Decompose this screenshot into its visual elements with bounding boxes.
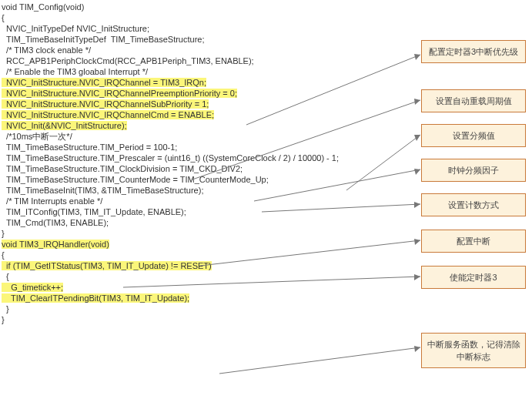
code-line: { [2, 12, 371, 23]
code-line: /* TIM Interrupts enable */ [2, 196, 371, 206]
code-line: { [2, 250, 371, 260]
svg-marker-7 [414, 169, 420, 175]
annotation-clockdiv: 时钟分频因子 [421, 159, 526, 182]
annotation-prescaler: 设置分频值 [421, 124, 526, 147]
code-line: void TIM_Config(void) [2, 2, 371, 12]
code-line: TIM_TimeBaseInitTypeDef TIM_TimeBaseStru… [2, 34, 371, 45]
code-line: } [2, 228, 371, 239]
code-line: /*10ms中断一次*/ [2, 131, 371, 142]
code-line: G_timetick++; [2, 282, 371, 293]
code-line: if (TIM_GetITStatus(TIM3, TIM_IT_Update)… [2, 260, 371, 271]
svg-marker-1 [414, 54, 420, 60]
code-line: TIM_ClearITPendingBit(TIM3, TIM_IT_Updat… [2, 293, 371, 303]
code-line: TIM_TimeBaseStructure.TIM_ClockDivision … [2, 163, 371, 174]
code-line: NVIC_InitStructure.NVIC_IRQChannelCmd = … [2, 109, 371, 120]
annotation-counter-mode: 设置计数方式 [421, 193, 526, 216]
annotation-isr: 中断服务函数，记得清除中断标志 [421, 333, 526, 368]
code-line: TIM_Cmd(TIM3, ENABLE); [2, 217, 371, 228]
svg-marker-5 [414, 135, 420, 141]
code-line: { [2, 271, 371, 282]
svg-marker-3 [414, 99, 420, 105]
code-line: TIM_TimeBaseInit(TIM3, &TIM_TimeBaseStru… [2, 185, 371, 196]
code-line: TIM_TimeBaseStructure.TIM_Prescaler = (u… [2, 153, 371, 163]
svg-marker-13 [414, 274, 420, 280]
arrow [219, 346, 420, 374]
code-line: } [2, 314, 371, 325]
svg-marker-15 [414, 346, 420, 352]
code-block: void TIM_Config(void) { NVIC_InitTypeDef… [2, 2, 371, 325]
code-line: TIM_TimeBaseStructure.TIM_CounterMode = … [2, 174, 371, 185]
code-line: /* TIM3 clock enable */ [2, 45, 371, 55]
svg-marker-11 [414, 239, 420, 245]
svg-line-14 [219, 347, 420, 374]
svg-marker-9 [414, 202, 420, 208]
code-line: NVIC_InitStructure.NVIC_IRQChannel = TIM… [2, 77, 371, 88]
code-line: } [2, 303, 371, 314]
code-line: TIM_TimeBaseStructure.TIM_Period = 100-1… [2, 142, 371, 153]
annotation-period: 设置自动重载周期值 [421, 89, 526, 112]
annotation-priority: 配置定时器3中断优先级 [421, 40, 526, 63]
code-line: TIM_ITConfig(TIM3, TIM_IT_Update, ENABLE… [2, 206, 371, 217]
code-line: RCC_APB1PeriphClockCmd(RCC_APB1Periph_TI… [2, 55, 371, 66]
code-line: void TIM3_IRQHandler(void) [2, 239, 371, 250]
code-line: /* Enable the TIM3 gloabal Interrupt */ [2, 66, 371, 77]
code-line: NVIC_Init(&NVIC_InitStructure); [2, 120, 371, 131]
code-line: NVIC_InitTypeDef NVIC_InitStructure; [2, 23, 371, 34]
code-line: NVIC_InitStructure.NVIC_IRQChannelPreemp… [2, 88, 371, 99]
annotation-tim-enable: 使能定时器3 [421, 266, 526, 289]
code-line: NVIC_InitStructure.NVIC_IRQChannelSubPri… [2, 99, 371, 109]
annotation-irq-enable: 配置中断 [421, 230, 526, 253]
